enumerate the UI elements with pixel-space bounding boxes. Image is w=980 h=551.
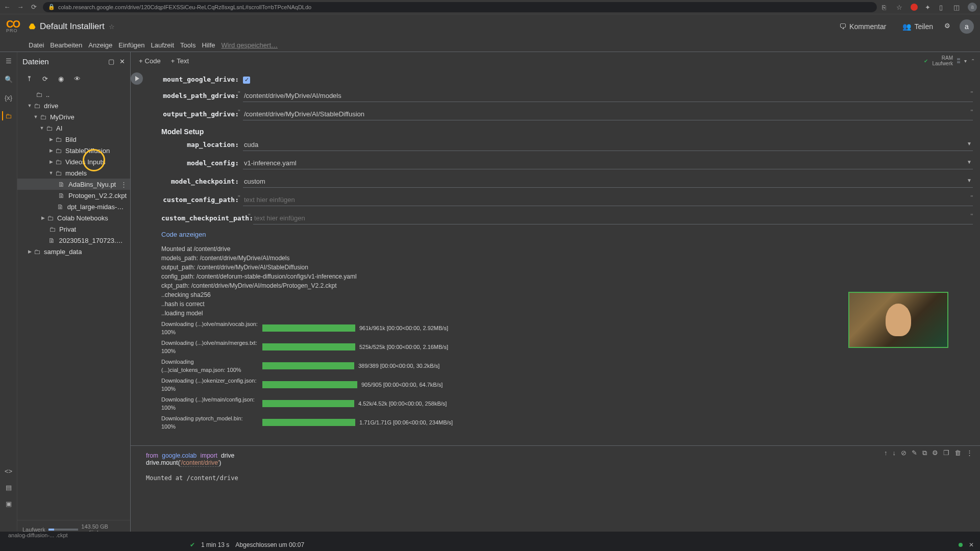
label-model-checkpoint: model_checkpoint: [161,178,243,185]
tree-sample-data[interactable]: ▶🗀sample_data [17,246,130,257]
left-rail: ☰ 🔍 {x} 🗀 <> ▤ ▣ [0,52,17,539]
menu-hilfe[interactable]: Hilfe [202,41,215,49]
output-path-input[interactable] [243,108,973,120]
menu-bar: Datei Bearbeiten Anzeige Einfügen Laufze… [0,39,980,52]
link-icon[interactable]: ⊘ [901,449,906,457]
move-up-icon[interactable]: ↑ [884,449,888,457]
file-panel: Dateien ▢ ✕ ⤒ ⟳ ◉ 👁 🗀.. ▼🗀drive ▼🗀MyDriv… [17,52,131,539]
forward-icon[interactable]: → [16,3,24,11]
move-down-icon[interactable]: ↓ [893,449,896,457]
lock-icon: 🔒 [48,4,55,10]
menu-datei[interactable]: Datei [29,41,44,49]
custom-config-input[interactable] [243,194,973,206]
more-icon[interactable]: ⋮ [120,181,127,188]
custom-checkpoint-input[interactable] [253,212,973,224]
tree-models[interactable]: ▼🗀models [17,167,130,179]
models-path-input[interactable] [243,90,973,102]
avatar[interactable]: a [960,19,974,34]
panel-icon[interactable]: ▯ [939,4,946,11]
tree-mydrive[interactable]: ▼🗀MyDrive [17,111,130,122]
collapse-icon[interactable]: ⌃ [971,58,975,64]
reload-icon[interactable]: ⟳ [30,3,38,11]
new-window-icon[interactable]: ▢ [108,58,114,65]
star-icon[interactable]: ☆ [896,4,903,11]
browser-chrome: ← → ⟳ 🔒 colab.research.google.com/drive/… [0,0,980,14]
show-code-link[interactable]: Code anzeigen [161,231,980,238]
refresh-icon[interactable]: ⟳ [42,75,48,83]
favorite-star-icon[interactable]: ☆ [109,23,115,31]
drive-icon [29,23,36,30]
copy-icon[interactable]: ❐ [943,449,949,457]
split-icon[interactable]: ◫ [953,4,961,11]
edit-icon[interactable]: ✎ [912,449,917,457]
mirror-icon[interactable]: ⧉ [922,449,927,457]
toc-icon[interactable]: ☰ [4,56,13,65]
colab-logo[interactable]: CO PRO [6,18,22,35]
delete-icon[interactable]: 🗑 [954,449,961,457]
hide-icon[interactable]: 👁 [74,75,81,83]
variables-icon[interactable]: {x} [4,93,13,102]
tree-file-protogen[interactable]: 🗎Protogen_V2.2.ckpt [17,190,130,201]
model-config-select[interactable]: v1-inference.yaml▼ [243,157,973,169]
download-item[interactable]: analog-diffusion-... .ckpt [8,532,68,538]
tree-drive[interactable]: ▼🗀drive [17,100,130,111]
runtime-status[interactable]: ✔ RAM Laufwerk ▾ ⌃ [924,55,975,66]
install-icon[interactable]: ⎘ [882,4,889,11]
code-snippets-icon[interactable]: <> [4,466,13,475]
file-tree: 🗀.. ▼🗀drive ▼🗀MyDrive ▼🗀AI ▶🗀Bild ▶🗀Stab… [17,87,130,520]
menu-tools[interactable]: Tools [180,41,195,49]
back-icon[interactable]: ← [3,3,11,11]
form-cell: mount_google_drive: ✓ models_path_gdrive… [131,69,980,436]
extension-red-icon[interactable] [911,4,918,11]
tree-videos-inputs[interactable]: ▶🗀Videos Inputs [17,156,130,167]
tree-ai[interactable]: ▼🗀AI [17,122,130,134]
notebook-title[interactable]: Default Installiert [40,21,105,32]
terminal-icon[interactable]: ▣ [4,499,13,508]
menu-einfuegen[interactable]: Einfügen [118,41,144,49]
more-cell-icon[interactable]: ⋮ [966,449,973,457]
tree-file-dpt[interactable]: 🗎dpt_large-midas-2f21… [17,201,130,212]
menu-anzeige[interactable]: Anzeige [88,41,112,49]
puzzle-icon[interactable]: ✦ [925,4,932,11]
code-line-1[interactable]: from google.colab import drive [146,452,980,459]
tree-file-video[interactable]: 🗎20230518_170723.mp4 [17,235,130,246]
chevron-down-icon[interactable]: ▾ [964,58,967,64]
label-model-config: model_config: [161,159,243,167]
mount-checkbox[interactable]: ✓ [243,77,250,84]
add-code-button[interactable]: +Code [136,56,164,66]
gear-cell-icon[interactable]: ⚙ [932,449,938,457]
code-line-2[interactable]: drive.mount('/content/drive') [146,459,980,466]
menu-laufzeit[interactable]: Laufzeit [151,41,175,49]
tree-bild[interactable]: ▶🗀Bild [17,134,130,145]
notebook-area[interactable]: +Code +Text ✔ RAM Laufwerk ▾ ⌃ mount_goo… [131,52,980,539]
status-close-icon[interactable]: ✕ [969,541,974,548]
mount-drive-icon[interactable]: ◉ [58,75,64,83]
add-text-button[interactable]: +Text [168,56,192,66]
url-bar[interactable]: 🔒 colab.research.google.com/drive/120Cdq… [43,2,877,12]
gear-icon[interactable]: ⚙ [944,22,953,31]
download-row: Downloading (...)okenizer_config.json: 1… [161,377,980,393]
comment-button[interactable]: 🗨 Kommentar [834,19,891,34]
tree-colab-notebooks[interactable]: ▶🗀Colab Notebooks [17,212,130,223]
map-location-select[interactable]: cuda▼ [243,139,973,151]
model-setup-heading: Model Setup [161,128,980,136]
download-row: Downloading (...)lve/main/config.json: 1… [161,395,980,412]
close-panel-icon[interactable]: ✕ [119,58,125,65]
status-time: 1 min 13 s [201,541,229,548]
profile-icon[interactable]: a [968,3,977,12]
menu-bearbeiten[interactable]: Bearbeiten [50,41,82,49]
search-icon[interactable]: 🔍 [4,74,13,84]
tree-file-adabins[interactable]: 🗎AdaBins_Nyu.pt⋮ [17,179,130,190]
download-strip: analog-diffusion-... .ckpt [0,532,980,539]
files-icon[interactable]: 🗀 [2,111,11,120]
status-bar: ✔ 1 min 13 s Abgeschlossen um 00:07 ✕ [0,539,980,551]
tree-stablediffusion[interactable]: ▶🗀StableDiffusion [17,145,130,156]
run-cell-button[interactable] [131,72,143,85]
share-button[interactable]: 👥 Teilen [897,19,938,34]
model-checkpoint-select[interactable]: custom▼ [243,176,973,188]
status-check-icon: ✔ [190,541,195,548]
tree-privat[interactable]: 🗀Privat [17,223,130,235]
command-palette-icon[interactable]: ▤ [4,483,13,492]
tree-root-up[interactable]: 🗀.. [17,89,130,100]
upload-icon[interactable]: ⤒ [27,75,32,83]
